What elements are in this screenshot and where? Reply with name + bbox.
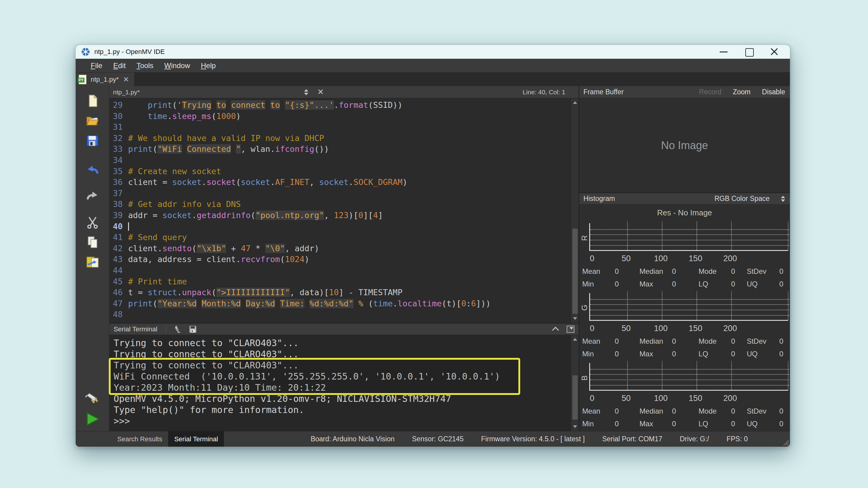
stat-min: Min0 bbox=[582, 420, 640, 428]
scroll-down-icon[interactable] bbox=[573, 425, 577, 428]
terminal-scrollbar[interactable] bbox=[571, 335, 579, 431]
clear-terminal-button[interactable] bbox=[173, 325, 182, 334]
minimize-button[interactable] bbox=[719, 47, 729, 56]
tick-label: 50 bbox=[622, 394, 631, 403]
tick-label: 200 bbox=[723, 324, 737, 333]
openmv-ide-window: ntp_1.py - OpenMV IDE File Edit Tools Wi… bbox=[75, 44, 790, 447]
tick-label: 100 bbox=[654, 394, 668, 403]
channel-stats: Mean0Median0Mode0StDev0Min0Max0LQ0UQ0 bbox=[582, 407, 786, 428]
channel-label: G bbox=[580, 302, 589, 311]
terminal-line: Trying to connect to "CLARO403"... bbox=[114, 337, 579, 349]
stat-uq: UQ0 bbox=[747, 350, 786, 358]
terminal-line: Trying to connect to "CLARO403"... bbox=[114, 360, 579, 371]
stat-stdev: StDev0 bbox=[747, 337, 786, 346]
stat-stdev: StDev0 bbox=[747, 407, 786, 415]
stat-mode: Mode0 bbox=[699, 267, 747, 275]
status-drive: Drive: G:/ bbox=[680, 435, 709, 443]
new-file-button[interactable] bbox=[85, 93, 100, 108]
status-fps: FPS: 0 bbox=[727, 435, 748, 443]
stat-mean: Mean0 bbox=[582, 337, 640, 346]
editor-doc-selector[interactable]: ntp_1.py* bbox=[113, 89, 140, 96]
code-line: 47print("Year:%d Month:%d Day:%d Time: %… bbox=[110, 298, 579, 310]
code-line: 39addr = socket.getaddrinfo("pool.ntp.or… bbox=[110, 210, 579, 221]
histogram-header: Histogram RGB Color Space bbox=[579, 193, 790, 204]
tab-close-icon[interactable]: ✕ bbox=[123, 76, 129, 83]
tick-label: 150 bbox=[689, 324, 702, 333]
code-line: 36client = socket.socket(socket.AF_INET,… bbox=[110, 177, 579, 188]
menu-tools[interactable]: Tools bbox=[136, 61, 153, 70]
stat-max: Max0 bbox=[640, 420, 699, 428]
status-board: Board: Arduino Nicla Vision bbox=[311, 435, 395, 443]
connect-button[interactable] bbox=[85, 391, 100, 407]
cut-button[interactable] bbox=[85, 215, 100, 230]
menubar: File Edit Tools Window Help bbox=[76, 59, 790, 73]
stat-median: Median0 bbox=[640, 267, 699, 275]
tick-label: 150 bbox=[689, 394, 702, 403]
histogram-plot-g bbox=[589, 293, 788, 321]
code-line: 30 time.sleep_ms(1000) bbox=[110, 111, 579, 122]
terminal-scroll-thumb[interactable] bbox=[572, 375, 578, 420]
scroll-up-icon[interactable] bbox=[573, 338, 577, 341]
stat-mean: Mean0 bbox=[582, 267, 640, 275]
menu-edit[interactable]: Edit bbox=[113, 61, 126, 70]
paste-button[interactable] bbox=[85, 254, 100, 270]
code-line: 41# Send query bbox=[110, 232, 579, 243]
window-title: ntp_1.py - OpenMV IDE bbox=[94, 48, 165, 56]
tab-serial-terminal[interactable]: Serial Terminal bbox=[168, 431, 224, 447]
menu-file[interactable]: File bbox=[91, 61, 102, 70]
resize-grip-icon[interactable] bbox=[781, 438, 789, 446]
disable-button[interactable]: Disable bbox=[762, 88, 785, 96]
stat-mode: Mode0 bbox=[699, 407, 747, 415]
doc-spinner-icon[interactable] bbox=[304, 89, 308, 95]
color-space-select[interactable]: RGB Color Space bbox=[714, 195, 770, 203]
save-file-button[interactable] bbox=[85, 133, 100, 148]
scroll-up-icon[interactable] bbox=[573, 101, 577, 104]
code-line: 40 bbox=[110, 221, 579, 232]
close-button[interactable] bbox=[770, 47, 780, 56]
stat-lq: LQ0 bbox=[699, 280, 747, 288]
stat-uq: UQ0 bbox=[747, 420, 786, 428]
terminal-line: Type "help()" for more information. bbox=[114, 404, 579, 415]
code-editor[interactable]: 29 print('Trying to connect to "{:s}"...… bbox=[110, 98, 579, 323]
zoom-button[interactable]: Zoom bbox=[733, 88, 750, 96]
menu-help[interactable]: Help bbox=[201, 61, 216, 70]
histogram-channel-r: R 050100150200 Mean0Median0Mode0StDev0Mi… bbox=[579, 221, 790, 291]
run-script-button[interactable] bbox=[85, 411, 100, 427]
editor-scroll-thumb[interactable] bbox=[572, 229, 578, 314]
tab-search-results[interactable]: Search Results bbox=[111, 431, 168, 447]
tab-label: ntp_1.py* bbox=[91, 76, 119, 84]
code-line: 44 bbox=[110, 265, 579, 276]
stat-lq: LQ0 bbox=[699, 350, 747, 358]
channel-label: R bbox=[580, 232, 589, 241]
channel-stats: Mean0Median0Mode0StDev0Min0Max0LQ0UQ0 bbox=[582, 337, 786, 358]
save-log-button[interactable] bbox=[188, 325, 197, 334]
serial-terminal-header: Serial Terminal bbox=[110, 323, 579, 335]
histogram-resolution-status: Res - No Image bbox=[579, 208, 790, 221]
frame-buffer-header: Frame Buffer Record Zoom Disable bbox=[579, 86, 790, 98]
code-line: 45# Print time bbox=[110, 276, 579, 287]
editor-scrollbar[interactable] bbox=[571, 98, 579, 323]
maximize-button[interactable] bbox=[744, 47, 754, 56]
copy-button[interactable] bbox=[85, 234, 100, 250]
x-axis-ticks: 050100150200 bbox=[589, 324, 788, 334]
stat-min: Min0 bbox=[582, 350, 640, 358]
tick-label: 100 bbox=[654, 324, 668, 333]
tick-label: 200 bbox=[723, 254, 737, 263]
tick-label: 100 bbox=[654, 254, 668, 263]
tab-ntp1py[interactable]: ntp_1.py* ✕ bbox=[76, 73, 135, 86]
editor-header: ntp_1.py* ✕ Line: 40, Col: 1 bbox=[110, 86, 579, 98]
frame-buffer-title: Frame Buffer bbox=[584, 88, 624, 96]
open-file-button[interactable] bbox=[85, 113, 100, 128]
status-sensor: Sensor: GC2145 bbox=[412, 435, 464, 443]
terminal-pane-menu-icon[interactable] bbox=[567, 326, 575, 333]
tick-label: 200 bbox=[723, 394, 737, 403]
editor-close-icon[interactable]: ✕ bbox=[317, 87, 324, 97]
line-col-indicator: Line: 40, Col: 1 bbox=[523, 89, 565, 96]
menu-window[interactable]: Window bbox=[164, 61, 190, 70]
scroll-down-icon[interactable] bbox=[573, 317, 577, 320]
collapse-terminal-icon[interactable] bbox=[552, 327, 559, 333]
undo-button[interactable] bbox=[85, 163, 100, 178]
redo-button[interactable] bbox=[85, 189, 100, 204]
color-space-spinner-icon[interactable] bbox=[781, 196, 785, 202]
serial-terminal-output[interactable]: Trying to connect to "CLARO403"...Trying… bbox=[110, 335, 579, 431]
